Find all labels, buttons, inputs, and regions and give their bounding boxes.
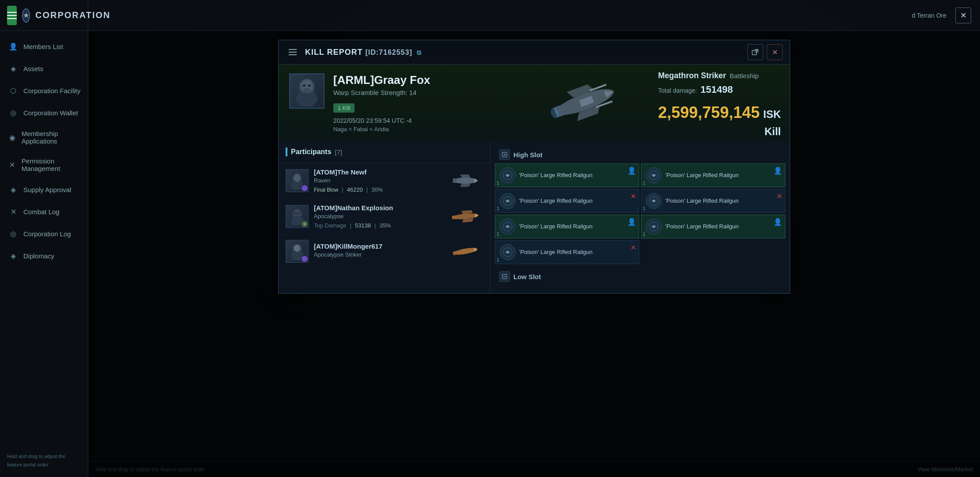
sidebar-item-membership-applications[interactable]: ◉ Membership Applications <box>0 124 88 151</box>
sidebar-item-assets[interactable]: ◈ Assets <box>0 57 88 80</box>
participants-count: [7] <box>335 148 343 156</box>
svg-point-42 <box>652 174 655 177</box>
slot-item-count: 1 <box>497 257 499 262</box>
slot-item-name: 'Poison' Large Rifled Railgun <box>519 172 634 179</box>
external-link-button[interactable] <box>747 44 763 60</box>
facility-icon: ⬡ <box>8 86 18 95</box>
participant-avatar <box>286 240 309 263</box>
topbar-ore-text: d Terran Ore <box>912 12 946 19</box>
corp-title: CORPORATION <box>35 10 111 20</box>
person-icon: 👤 <box>773 167 782 175</box>
menu-button[interactable] <box>7 6 17 25</box>
table-row[interactable]: ★ [ATOM]Nathan Explosion Apocalypse Top … <box>279 199 490 235</box>
svg-rect-26 <box>294 212 301 215</box>
membership-icon: ◉ <box>8 132 16 142</box>
modal-close-button[interactable]: ✕ <box>767 44 783 60</box>
ship-thumbnail <box>448 240 483 262</box>
participants-panel: Participants [7] <box>279 141 490 293</box>
sidebar-item-corporation-wallet[interactable]: ◎ Corporation Wallet <box>0 102 88 124</box>
weapon-icon <box>500 244 516 260</box>
kill-status: Kill <box>658 125 781 138</box>
final-blow-badge: Final Blow <box>314 187 338 193</box>
weapon-icon <box>646 193 662 209</box>
isk-value: 2,599,759,145 <box>658 103 760 122</box>
table-row[interactable]: [ATOM]The Newf Raven Final Blow | 46220 … <box>279 163 490 199</box>
list-item[interactable]: 'Poison' Large Rifled Railgun 1 👤 <box>641 215 785 238</box>
sidebar-item-corporation-facility[interactable]: ⬡ Corporation Facility <box>0 80 88 102</box>
sidebar-footer-text: Hold and drag to adjust the feature port… <box>7 454 65 467</box>
svg-point-34 <box>294 245 300 252</box>
kill-header: [ARML]Graay Fox Warp Scramble Strength: … <box>279 64 790 141</box>
svg-point-50 <box>652 225 655 228</box>
slot-item-name: 'Poison' Large Rifled Railgun <box>665 223 780 231</box>
app-close-button[interactable]: ✕ <box>955 8 971 23</box>
list-item[interactable]: 'Poison' Large Rifled Railgun 1 ✕ <box>495 240 639 264</box>
svg-point-44 <box>506 200 509 202</box>
equipment-panel: High Slot <box>490 141 790 293</box>
svg-marker-28 <box>475 213 479 218</box>
sidebar-item-label: Corporation Wallet <box>23 109 78 117</box>
weapon-icon <box>646 167 662 183</box>
sidebar-item-permission-management[interactable]: ✕ Permission Management <box>0 151 88 178</box>
sidebar-item-label: Diplomacy <box>23 252 54 260</box>
members-list-icon: 👤 <box>8 42 18 51</box>
weapon-icon <box>646 219 662 235</box>
list-item[interactable]: 'Poison' Large Rifled Railgun 1 ✕ <box>495 189 639 213</box>
low-slot-icon <box>499 271 510 282</box>
participant-avatar <box>286 169 309 192</box>
sidebar-nav: 👤 Members List ◈ Assets ⬡ Corporation Fa… <box>0 31 88 271</box>
modal-titlebar: KILL REPORT [ID:7162553] ⧉ ✕ <box>279 40 790 64</box>
slot-item-name: 'Poison' Large Rifled Railgun <box>519 223 634 231</box>
permission-icon: ✕ <box>8 160 16 170</box>
main-content: KILL REPORT [ID:7162553] ⧉ ✕ <box>88 31 980 477</box>
corp-badge-icon <box>301 185 308 192</box>
svg-point-19 <box>453 178 478 184</box>
slot-item-name: 'Poison' Large Rifled Railgun <box>665 197 780 205</box>
participant-avatar: ★ <box>286 205 309 228</box>
slot-item-count: 1 <box>643 231 645 237</box>
kill-stats: Megathron Striker Battleship Total damag… <box>658 71 781 138</box>
corp-star-badge-icon: ★ <box>301 220 308 227</box>
modal-body: Participants [7] <box>279 141 790 293</box>
sidebar-item-supply-approval[interactable]: ◈ Supply Approval <box>0 178 88 201</box>
participant-info: [ATOM]KillMonger617 Apocalypse Striker <box>314 242 442 261</box>
ship-thumbnail <box>448 205 483 227</box>
weapon-icon <box>500 193 516 209</box>
modal-title: KILL REPORT [ID:7162553] ⧉ <box>305 48 742 57</box>
participants-indicator <box>286 148 287 156</box>
table-row[interactable]: [ATOM]KillMonger617 Apocalypse Striker <box>279 235 490 269</box>
isk-label: ISK <box>763 108 781 121</box>
svg-point-5 <box>302 84 305 87</box>
high-slot-grid: 'Poison' Large Rifled Railgun 1 👤 <box>495 163 785 264</box>
close-icon: ✕ <box>630 243 636 252</box>
list-item[interactable]: 'Poison' Large Rifled Railgun 1 👤 <box>641 163 785 187</box>
sidebar-item-label: Corporation Log <box>23 230 71 238</box>
sidebar-item-members-list[interactable]: 👤 Members List <box>0 35 88 57</box>
corp-logo: ★ <box>22 8 30 23</box>
damage-percent: 35% <box>380 222 391 229</box>
modal-overlay: KILL REPORT [ID:7162553] ⧉ ✕ <box>88 31 980 477</box>
svg-point-52 <box>506 251 509 254</box>
list-item[interactable]: 'Poison' Large Rifled Railgun 1 ✕ <box>641 189 785 213</box>
sidebar-item-combat-log[interactable]: ✕ Combat Log <box>0 201 88 223</box>
modal-title-id: [ID:7162553] <box>366 49 412 56</box>
sidebar-item-diplomacy[interactable]: ◈ Diplomacy <box>0 245 88 267</box>
modal-menu-button[interactable] <box>286 45 300 59</box>
sidebar-item-label: Supply Approval <box>23 186 71 193</box>
sidebar-item-label: Assets <box>23 65 43 72</box>
sidebar-item-corporation-log[interactable]: ◎ Corporation Log <box>0 223 88 245</box>
modal-actions: ✕ <box>747 44 783 60</box>
damage-value: 46220 <box>347 186 363 193</box>
topbar-right: d Terran Ore ✕ <box>912 8 971 23</box>
list-item[interactable]: 'Poison' Large Rifled Railgun 1 👤 <box>495 215 639 238</box>
participant-ship: Apocalypse <box>314 213 442 220</box>
participant-info: [ATOM]The Newf Raven Final Blow | 46220 … <box>314 168 442 193</box>
participant-name: [ATOM]The Newf <box>314 168 442 176</box>
list-item[interactable]: 'Poison' Large Rifled Railgun 1 👤 <box>495 163 639 187</box>
svg-marker-23 <box>460 184 471 187</box>
sidebar-footer: Hold and drag to adjust the feature port… <box>0 447 88 473</box>
low-slot-header: Low Slot <box>495 268 785 285</box>
participant-stats: Final Blow | 46220 | 30% <box>314 186 442 193</box>
slot-item-count: 1 <box>643 206 645 211</box>
svg-point-40 <box>506 174 509 177</box>
